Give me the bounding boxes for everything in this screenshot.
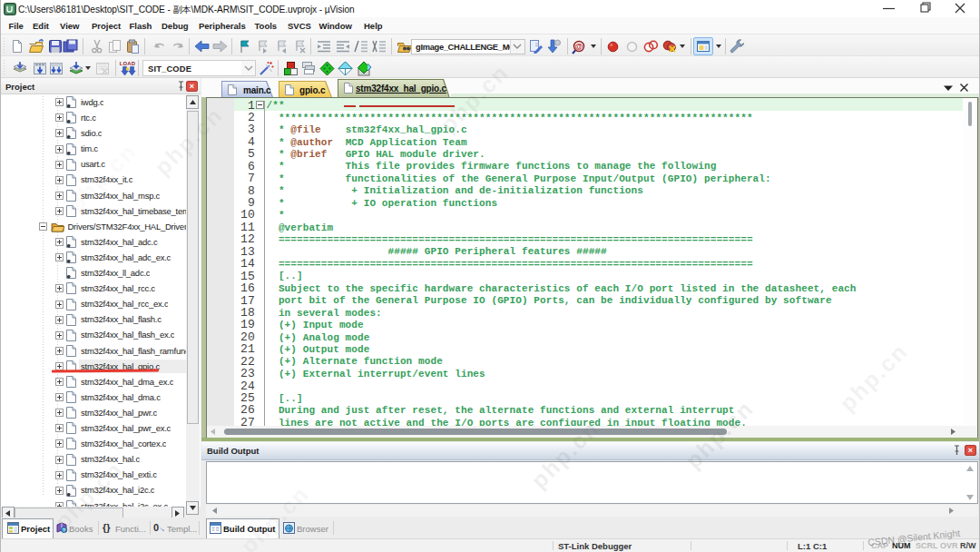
svg-text:LOAD: LOAD <box>120 61 136 66</box>
svg-text:@: @ <box>575 42 583 51</box>
